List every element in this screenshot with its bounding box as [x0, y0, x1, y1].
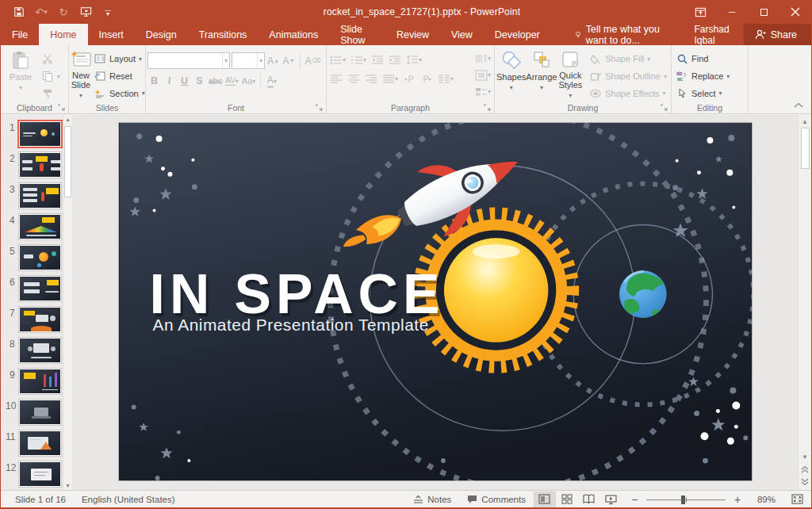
- thumbnail-row-2[interactable]: 2: [6, 152, 61, 178]
- scroll-up-icon[interactable]: ▲: [802, 117, 808, 128]
- align-right-button[interactable]: [363, 71, 379, 86]
- text-direction-button[interactable]: ▾: [473, 51, 492, 66]
- bold-button[interactable]: B: [147, 74, 161, 89]
- tab-slide-show[interactable]: Slide Show: [329, 24, 385, 45]
- maximize-icon[interactable]: [748, 0, 779, 24]
- thumbnail-row-9[interactable]: 9: [6, 369, 61, 394]
- layout-button[interactable]: Layout▾: [91, 52, 147, 67]
- zoom-in-button[interactable]: +: [732, 493, 743, 506]
- change-case-button[interactable]: Aa▾: [241, 74, 256, 89]
- zoom-slider[interactable]: [646, 495, 726, 504]
- scroll-down-icon[interactable]: ▼: [802, 452, 808, 463]
- text-shadow-button[interactable]: S: [193, 74, 206, 89]
- thumbnail-row-8[interactable]: 8: [6, 338, 61, 363]
- replace-button[interactable]: abacReplace▾: [673, 69, 732, 84]
- font-color-button[interactable]: A▾: [265, 74, 278, 89]
- justify-button[interactable]: ▾: [381, 71, 400, 86]
- slide-thumbnail[interactable]: [19, 461, 61, 487]
- tab-review[interactable]: Review: [385, 24, 440, 45]
- fit-to-window-button[interactable]: [783, 491, 805, 508]
- reading-view-button[interactable]: [578, 492, 600, 507]
- language-indicator[interactable]: English (United States): [74, 491, 183, 508]
- start-from-beginning-icon[interactable]: [79, 5, 93, 19]
- italic-button[interactable]: I: [163, 74, 176, 89]
- slide-thumbnail[interactable]: [19, 214, 61, 239]
- thumbnail-row-6[interactable]: 6: [6, 276, 61, 301]
- minimize-icon[interactable]: ─: [716, 0, 748, 24]
- paste-button[interactable]: Paste ▾: [2, 48, 39, 101]
- find-button[interactable]: Find: [673, 52, 732, 67]
- clear-formatting-button[interactable]: A⌫: [304, 53, 322, 68]
- scrollbar-thumb[interactable]: [801, 128, 810, 169]
- thumbnail-scrollbar-thumb[interactable]: [64, 126, 71, 197]
- thumbnail-scrollbar[interactable]: ▲ ▼: [63, 115, 72, 490]
- font-dialog-launcher[interactable]: [316, 104, 324, 112]
- clipboard-dialog-launcher[interactable]: [58, 104, 66, 112]
- tab-insert[interactable]: Insert: [88, 24, 135, 45]
- slide-show-view-button[interactable]: [600, 492, 622, 507]
- zoom-slider-knob[interactable]: [681, 496, 685, 504]
- undo-icon[interactable]: ↶▾: [34, 5, 48, 19]
- thumbnail-row-10[interactable]: 10: [6, 400, 61, 425]
- format-painter-button[interactable]: [39, 86, 63, 101]
- normal-view-button[interactable]: [534, 492, 556, 507]
- numbering-button[interactable]: ▾: [349, 52, 368, 67]
- notes-toggle[interactable]: Notes: [405, 491, 459, 508]
- tell-me-box[interactable]: Tell me what you want to do...: [564, 24, 685, 45]
- save-icon[interactable]: [12, 5, 26, 19]
- slide-subtitle[interactable]: An Animated Presentation Template: [152, 316, 428, 334]
- section-button[interactable]: Section▾: [91, 86, 147, 101]
- quick-styles-button[interactable]: Quick Styles ▾: [557, 48, 584, 101]
- slide-thumbnail[interactable]: [19, 431, 61, 456]
- align-center-button[interactable]: [346, 71, 362, 86]
- slide-thumbnail[interactable]: [19, 245, 61, 270]
- slide-thumbnail[interactable]: [19, 121, 61, 147]
- paragraph-dialog-launcher[interactable]: [484, 104, 492, 112]
- thumbnail-row-12[interactable]: 12: [6, 461, 61, 487]
- underline-button[interactable]: U: [178, 74, 191, 89]
- account-user[interactable]: Farshad Iqbal: [685, 24, 744, 45]
- previous-slide-button[interactable]: [801, 463, 809, 476]
- increase-indent-button[interactable]: [387, 52, 403, 67]
- scroll-up-icon[interactable]: ▲: [63, 117, 72, 122]
- thumbnail-row-3[interactable]: 3: [6, 183, 61, 209]
- tab-file[interactable]: File: [1, 24, 39, 45]
- tab-animations[interactable]: Animations: [258, 24, 329, 45]
- bullets-button[interactable]: ▾: [328, 52, 347, 67]
- drawing-dialog-launcher[interactable]: [661, 104, 668, 112]
- tab-home[interactable]: Home: [39, 24, 87, 45]
- font-size-combo[interactable]: ▾: [232, 52, 265, 69]
- rtl-direction-button[interactable]: [419, 71, 435, 86]
- decrease-indent-button[interactable]: [370, 52, 385, 67]
- close-icon[interactable]: [779, 0, 811, 24]
- collapse-ribbon-button[interactable]: [794, 102, 805, 110]
- share-button[interactable]: Share: [744, 24, 811, 45]
- tab-design[interactable]: Design: [135, 24, 188, 45]
- slide-thumbnail[interactable]: [19, 400, 61, 425]
- cut-button[interactable]: [39, 52, 63, 67]
- slide-thumbnail[interactable]: [19, 183, 61, 209]
- slide-thumbnail[interactable]: [19, 338, 61, 363]
- ribbon-display-options-icon[interactable]: [684, 0, 716, 24]
- shape-outline-button[interactable]: Shape Outline▾: [587, 69, 669, 84]
- reset-button[interactable]: Reset: [91, 69, 147, 84]
- align-left-button[interactable]: [328, 71, 344, 86]
- vertical-scrollbar[interactable]: ▲ ▼: [798, 115, 811, 490]
- thumbnail-row-11[interactable]: 11: [6, 431, 61, 456]
- new-slide-button[interactable]: New Slide ▾: [71, 48, 91, 101]
- decrease-font-size-button[interactable]: A▼: [282, 53, 295, 68]
- strikethrough-button[interactable]: abc: [208, 74, 223, 89]
- redo-icon[interactable]: ↻: [56, 5, 71, 19]
- zoom-out-button[interactable]: −: [629, 493, 640, 506]
- slide-canvas[interactable]: IN SPACE IN SPACE An Animated Presentati…: [118, 122, 753, 481]
- align-text-button[interactable]: ▾: [473, 67, 492, 82]
- slide-sorter-view-button[interactable]: [556, 492, 578, 507]
- slide-thumbnail[interactable]: [19, 276, 61, 301]
- slide-thumbnail[interactable]: [19, 152, 61, 178]
- select-button[interactable]: Select▾: [673, 86, 732, 101]
- character-spacing-button[interactable]: AV▾: [224, 74, 239, 89]
- font-name-combo[interactable]: ▾: [147, 52, 230, 69]
- copy-button[interactable]: ▾: [39, 69, 63, 84]
- columns-button[interactable]: ▾: [436, 71, 455, 86]
- zoom-level[interactable]: 89%: [749, 491, 783, 508]
